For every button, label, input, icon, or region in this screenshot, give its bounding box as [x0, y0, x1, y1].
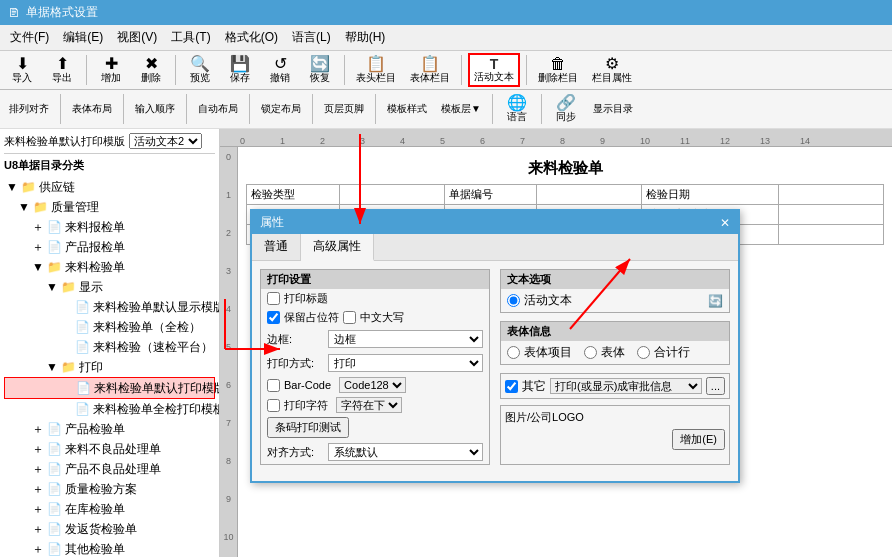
tree-item-display[interactable]: ▼ 📁 显示	[4, 277, 215, 297]
page-footer-button[interactable]: 页层页脚	[319, 100, 369, 118]
tree-item-print[interactable]: ▼ 📁 打印	[4, 357, 215, 377]
table-layout-button[interactable]: 表体布局	[67, 100, 117, 118]
del-col-label: 删除栏目	[538, 72, 578, 84]
menu-file[interactable]: 文件(F)	[4, 27, 55, 48]
tab-advanced[interactable]: 高级属性	[301, 234, 374, 261]
logo-section: 图片/公司LOGO 增加(E)	[500, 405, 730, 465]
tree-item-incoming-defect[interactable]: ＋ 📄 来料不良品处理单	[4, 439, 215, 459]
tree-item-warehouse-inspect[interactable]: ＋ 📄 在库检验单	[4, 499, 215, 519]
del-col-icon: 🗑	[550, 56, 566, 72]
print-mode-select[interactable]: 打印	[328, 354, 483, 372]
print-title-checkbox[interactable]	[267, 292, 280, 305]
sep9	[249, 94, 250, 124]
print-char-select[interactable]: 字符在下	[336, 397, 402, 413]
export-button[interactable]: ⬆ 导出	[44, 53, 80, 87]
print-title-label: 打印标题	[284, 291, 328, 306]
col-attr-icon: ⚙	[605, 56, 619, 72]
menu-view[interactable]: 视图(V)	[111, 27, 163, 48]
body-item-button[interactable]: 📋 表体栏目	[405, 53, 455, 87]
col-attr-button[interactable]: ⚙ 栏目属性	[587, 53, 637, 87]
auto-layout-button[interactable]: 自动布局	[193, 100, 243, 118]
border-label: 边框:	[267, 332, 322, 347]
save-button[interactable]: 💾 保存	[222, 53, 258, 87]
import-button[interactable]: ⬇ 导入	[4, 53, 40, 87]
tree-item-quality[interactable]: ▼ 📁 质量管理	[4, 197, 215, 217]
menu-edit[interactable]: 编辑(E)	[57, 27, 109, 48]
tree-item-product-defect[interactable]: ＋ 📄 产品不良品处理单	[4, 459, 215, 479]
template-layer-button[interactable]: 模板层▼	[436, 100, 486, 118]
sep12	[492, 94, 493, 124]
other-select[interactable]: 打印(或显示)成审批信息	[550, 378, 702, 394]
barcode-test-button[interactable]: 条码打印测试	[267, 417, 349, 438]
refresh-icon[interactable]: 🔄	[708, 294, 723, 308]
sep4	[461, 55, 462, 85]
barcode-select[interactable]: Code128	[339, 377, 406, 393]
tree-item-default-print[interactable]: 📄 来料检验单默认打印模版	[4, 377, 215, 399]
export-icon: ⬆	[56, 56, 69, 72]
cancel-button[interactable]: ↺ 撤销	[262, 53, 298, 87]
barcode-checkbox[interactable]	[267, 379, 280, 392]
lock-layout-button[interactable]: 锁定布局	[256, 100, 306, 118]
menu-help[interactable]: 帮助(H)	[339, 27, 392, 48]
active-text-radio[interactable]	[507, 294, 520, 307]
sep2	[175, 55, 176, 85]
barcode-row: Bar-Code Code128	[261, 375, 489, 395]
active-text-dropdown[interactable]: 活动文本2	[129, 133, 202, 149]
total-row-radio[interactable]	[637, 346, 650, 359]
other-checkbox[interactable]	[505, 380, 518, 393]
preview-button[interactable]: 🔍 预览	[182, 53, 218, 87]
props-panel: 属性 ✕ 普通 高级属性 打印设置 打印标题	[250, 209, 740, 483]
print-char-checkbox[interactable]	[267, 399, 280, 412]
form-cell: 检验类型	[247, 185, 340, 205]
table-body-radio[interactable]	[584, 346, 597, 359]
tree-item-default-display[interactable]: 📄 来料检验单默认显示模版	[4, 297, 215, 317]
align-button[interactable]: 排列对齐	[4, 100, 54, 118]
menu-tools[interactable]: 工具(T)	[165, 27, 216, 48]
tree-item-all-print[interactable]: 📄 来料检验单全检打印模板	[4, 399, 215, 419]
menu-bar: 文件(F) 编辑(E) 视图(V) 工具(T) 格式化(O) 语言(L) 帮助(…	[0, 25, 892, 51]
delete-button[interactable]: ✖ 删除	[133, 53, 169, 87]
add-button[interactable]: ✚ 增加	[93, 53, 129, 87]
tree-item-supply[interactable]: ▼ 📁 供应链	[4, 177, 215, 197]
table-item-radio[interactable]	[507, 346, 520, 359]
align-mode-select[interactable]: 系统默认	[328, 443, 483, 461]
input-order-button[interactable]: 输入顺序	[130, 100, 180, 118]
tree-item-return-inspect[interactable]: ＋ 📄 发返货检验单	[4, 519, 215, 539]
border-select[interactable]: 边框	[328, 330, 483, 348]
keep-placeholder-row: 保留占位符 中文大写	[261, 308, 489, 327]
menu-language[interactable]: 语言(L)	[286, 27, 337, 48]
menu-format[interactable]: 格式化(O)	[219, 27, 284, 48]
active-text-button[interactable]: T 活动文本	[468, 53, 520, 87]
header-item-button[interactable]: 📋 表头栏目	[351, 53, 401, 87]
tree-item-all-inspect[interactable]: 📄 来料检验单（全检）	[4, 317, 215, 337]
tree-item-fast-inspect[interactable]: 📄 来料检验（速检平台）	[4, 337, 215, 357]
tree-panel[interactable]: 来料检验单默认打印模版 活动文本2 U8单据目录分类 ▼ 📁 供应链 ▼ 📁 质…	[0, 129, 220, 557]
tree-item-product-report[interactable]: ＋ 📄 产品报检单	[4, 237, 215, 257]
template-style-button[interactable]: 模板样式	[382, 100, 432, 118]
language-btn[interactable]: 🌐 语言	[499, 92, 535, 126]
tree-item-other-inspect[interactable]: ＋ 📄 其他检验单	[4, 539, 215, 557]
props-left: 打印设置 打印标题 保留占位符 中文大写 边框:	[260, 269, 490, 473]
keep-placeholder-checkbox[interactable]	[267, 311, 280, 324]
sep1	[86, 55, 87, 85]
tree-item-incoming-inspect[interactable]: ▼ 📁 来料检验单	[4, 257, 215, 277]
active-text-row: 活动文本 🔄	[501, 289, 729, 312]
title-bar: 🖹 单据格式设置	[0, 0, 892, 25]
tree-item-quality-plan[interactable]: ＋ 📄 质量检验方案	[4, 479, 215, 499]
props-close-icon[interactable]: ✕	[720, 216, 730, 230]
tree-item-incoming-report[interactable]: ＋ 📄 来料报检单	[4, 217, 215, 237]
show-dir-label: 显示目录	[593, 103, 633, 115]
add-e-button[interactable]: 增加(E)	[672, 429, 725, 450]
toolbar2: 排列对齐 表体布局 输入顺序 自动布局 锁定布局 页层页脚 模板样式 模板层▼ …	[0, 90, 892, 129]
restore-button[interactable]: 🔄 恢复	[302, 53, 338, 87]
cancel-label: 撤销	[270, 72, 290, 84]
other-more-button[interactable]: ...	[706, 377, 725, 395]
body-item-icon: 📋	[420, 56, 440, 72]
tab-general[interactable]: 普通	[252, 234, 301, 260]
show-dir-button[interactable]: 显示目录	[588, 100, 638, 118]
sync-button[interactable]: 🔗 同步	[548, 92, 584, 126]
chinese-caps-checkbox[interactable]	[343, 311, 356, 324]
tree-item-product-inspect[interactable]: ＋ 📄 产品检验单	[4, 419, 215, 439]
template-layer-label: 模板层▼	[441, 103, 481, 115]
del-col-button[interactable]: 🗑 删除栏目	[533, 53, 583, 87]
